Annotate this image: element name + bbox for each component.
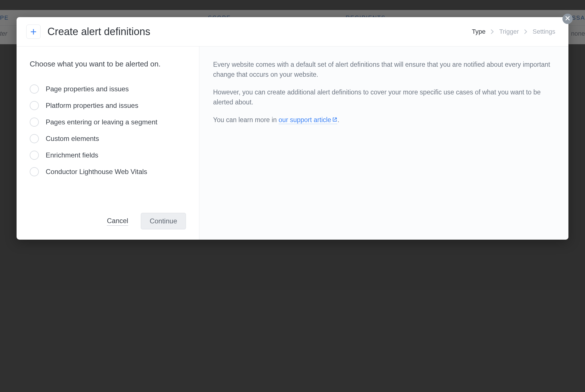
breadcrumb-step-type[interactable]: Type [472,28,486,35]
option-enrichment-fields[interactable]: Enrichment fields [30,151,186,160]
option-label: Platform properties and issues [46,102,138,110]
option-platform-properties[interactable]: Platform properties and issues [30,101,186,110]
breadcrumb-step-settings[interactable]: Settings [533,28,556,35]
support-article-link[interactable]: our support article [279,116,337,124]
chevron-right-icon [491,29,494,34]
action-row: Cancel Continue [30,213,186,229]
info-paragraph: However, you can create additional alert… [213,87,555,107]
radio-icon [30,84,39,94]
option-label: Conductor Lighthouse Web Vitals [46,168,147,176]
plus-icon-box: + [26,25,41,39]
radio-icon [30,151,39,160]
plus-icon: + [30,26,37,37]
external-link-icon [332,117,337,122]
close-button[interactable] [562,14,573,24]
option-label: Pages entering or leaving a segment [46,118,157,126]
info-paragraph: Every website comes with a default set o… [213,60,555,79]
prompt-text: Choose what you want to be alerted on. [30,60,186,68]
wizard-breadcrumb: Type Trigger Settings [472,28,555,35]
radio-icon [30,118,39,127]
option-label: Custom elements [46,135,99,143]
info-text: You can learn more in [213,116,279,124]
create-alert-modal: + Create alert definitions Type Trigger … [17,17,568,240]
info-text: . [337,116,339,124]
radio-icon [30,134,39,143]
info-pane: Every website comes with a default set o… [199,47,568,240]
continue-button[interactable]: Continue [141,213,186,229]
option-custom-elements[interactable]: Custom elements [30,134,186,143]
option-label: Enrichment fields [46,151,98,159]
radio-icon [30,101,39,110]
option-lighthouse-vitals[interactable]: Conductor Lighthouse Web Vitals [30,167,186,176]
modal-body: Choose what you want to be alerted on. P… [17,47,568,240]
left-pane: Choose what you want to be alerted on. P… [17,47,199,240]
modal-title: Create alert definitions [47,26,150,38]
alert-type-options: Page properties and issues Platform prop… [30,84,186,204]
breadcrumb-step-trigger[interactable]: Trigger [499,28,519,35]
cancel-button[interactable]: Cancel [107,217,128,226]
option-pages-segment[interactable]: Pages entering or leaving a segment [30,118,186,127]
option-page-properties[interactable]: Page properties and issues [30,84,186,94]
chevron-right-icon [524,29,528,34]
link-text: our support article [279,116,331,124]
option-label: Page properties and issues [46,85,129,93]
info-paragraph: You can learn more in our support articl… [213,115,555,125]
radio-icon [30,167,39,176]
modal-header: + Create alert definitions Type Trigger … [17,17,568,47]
close-icon [565,16,570,22]
